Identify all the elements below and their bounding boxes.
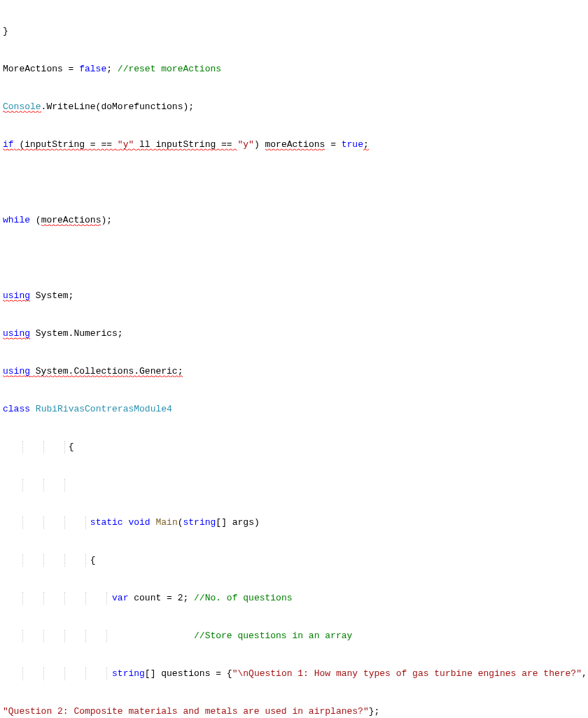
keyword-error: if: [3, 139, 14, 152]
text: (: [178, 517, 183, 528]
brace: }: [3, 26, 8, 36]
text: count = 2;: [128, 593, 194, 603]
text-error: System.Collections.Generic;: [30, 366, 183, 379]
code-line[interactable]: static void Main(string[] args): [3, 516, 585, 529]
text: .WriteLine(doMorefunctions);: [41, 101, 194, 112]
code-line[interactable]: var count = 2; //No. of questions: [3, 592, 585, 605]
text: =: [325, 139, 341, 150]
comment: //No. of questions: [194, 593, 292, 603]
keyword: false: [79, 64, 106, 74]
code-line[interactable]: {: [3, 441, 585, 453]
code-line[interactable]: while (moreActions);: [3, 214, 585, 227]
comment: //reset moreActions: [118, 64, 221, 74]
text: [] questions = {: [145, 668, 232, 679]
string-error: "y": [118, 139, 134, 152]
text: System.Numerics;: [30, 328, 123, 339]
code-line[interactable]: [3, 252, 585, 265]
text: ): [254, 139, 265, 150]
code-line[interactable]: [3, 479, 585, 491]
text: );: [101, 215, 112, 225]
keyword: var: [112, 593, 128, 603]
text-error: ;: [363, 139, 369, 152]
text-error: (inputString = ==: [14, 139, 118, 152]
string: "y": [237, 139, 253, 150]
keyword: static: [90, 517, 123, 528]
code-line[interactable]: {: [3, 554, 585, 567]
text: [30, 404, 36, 414]
text: [] args): [216, 517, 259, 528]
text: };: [369, 706, 380, 717]
code-line[interactable]: class RubiRivasContrerasModule4: [3, 403, 585, 416]
keyword-error: using: [3, 366, 30, 379]
keyword: string: [183, 517, 216, 528]
code-line[interactable]: "Question 2: Composite materials and met…: [3, 705, 585, 718]
code-editor[interactable]: } MoreActions = false; //reset moreActio…: [0, 0, 588, 718]
code-line[interactable]: Console.WriteLine(doMorefunctions);: [3, 101, 585, 113]
keyword: string: [112, 668, 145, 679]
code-line[interactable]: using System;: [3, 290, 585, 302]
type-error: Console: [3, 101, 41, 114]
keyword: void: [128, 517, 150, 528]
text: System;: [30, 290, 74, 301]
code-line[interactable]: using System.Collections.Generic;: [3, 365, 585, 378]
code-line[interactable]: using System.Numerics;: [3, 328, 585, 340]
code-line[interactable]: if (inputString = == "y" ll inputString …: [3, 139, 585, 151]
code-line[interactable]: string[] questions = {"\nQuestion 1: How…: [3, 668, 585, 680]
code-line[interactable]: MoreActions = false; //reset moreActions: [3, 63, 585, 76]
text: MoreActions =: [3, 64, 79, 74]
string: "Question 2: Composite materials and met…: [3, 706, 369, 717]
keyword: while: [3, 215, 30, 225]
text: ;: [106, 64, 118, 74]
text-error: ll inputString ==: [134, 139, 237, 152]
text: ,: [582, 668, 587, 679]
text: (: [30, 215, 41, 225]
keyword-error: using: [3, 328, 30, 341]
string: "\nQuestion 1: How many types of gas tur…: [232, 668, 582, 679]
keyword: class: [3, 404, 30, 414]
brace: {: [90, 555, 96, 565]
method: Main: [155, 517, 177, 528]
text-error: moreActions: [265, 139, 326, 152]
comment: //Store questions in an array: [194, 631, 352, 641]
code-line[interactable]: [3, 176, 585, 189]
keyword-error: using: [3, 290, 30, 303]
code-line[interactable]: //Store questions in an array: [3, 630, 585, 642]
text-error: moreActions: [41, 215, 102, 227]
brace: {: [69, 442, 74, 452]
type: RubiRivasContrerasModule4: [36, 404, 172, 414]
keyword: true: [342, 139, 363, 150]
code-line[interactable]: }: [3, 25, 585, 38]
